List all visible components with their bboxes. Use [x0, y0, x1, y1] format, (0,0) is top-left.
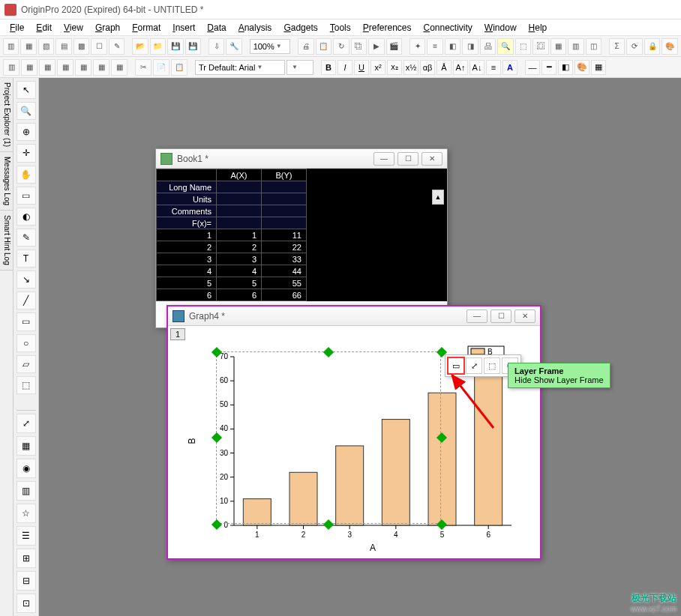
menu-connectivity[interactable]: Connectivity [418, 21, 477, 34]
cell[interactable]: 1 [217, 229, 262, 241]
cell[interactable] [262, 217, 307, 229]
digitize-button[interactable]: ✦ [410, 38, 425, 55]
layer2-tool[interactable]: ▥ [16, 481, 36, 501]
menu-help[interactable]: Help [524, 21, 553, 34]
dec-button[interactable]: A↓ [470, 60, 484, 75]
close-button[interactable]: ✕ [422, 152, 442, 166]
menu-graph[interactable]: Graph [90, 21, 125, 34]
tool4-button[interactable]: 🔍 [497, 38, 513, 55]
cell[interactable]: 3 [217, 253, 262, 265]
col-a-header[interactable]: A(X) [217, 169, 262, 181]
graph4-window[interactable]: Graph4 * — ☐ ✕ 1 [166, 305, 542, 560]
fill-color-button[interactable]: ◧ [558, 60, 573, 75]
line-tool[interactable]: ╱ [16, 292, 36, 309]
open-button[interactable]: 📂 [132, 38, 148, 55]
circle-tool[interactable]: ○ [16, 334, 36, 352]
cut-button[interactable]: ✂ [135, 59, 152, 76]
print-button[interactable]: 🖨 [298, 38, 314, 55]
cell[interactable]: 5 [217, 277, 262, 289]
line-style-button[interactable]: — [525, 60, 540, 75]
run-button[interactable]: 🔧 [226, 38, 242, 55]
menu-view[interactable]: View [58, 21, 88, 34]
sheet6-button[interactable]: ▦ [111, 59, 128, 76]
globe-tool[interactable]: ◉ [16, 459, 36, 478]
layer3-tool[interactable]: ☆ [16, 504, 36, 523]
cell[interactable]: 11 [262, 229, 307, 241]
zoom-combo[interactable]: 100% ▼ [250, 39, 291, 54]
duplicate-button[interactable]: ⿻ [351, 38, 367, 55]
row-index[interactable]: 4 [157, 265, 217, 277]
copy-page-button[interactable]: 📋 [316, 38, 332, 55]
tool5-button[interactable]: ⬚ [515, 38, 531, 55]
tool3-button[interactable]: 品 [480, 38, 496, 55]
arrow-tool[interactable]: ↘ [16, 271, 36, 289]
inc-button[interactable]: A↑ [453, 60, 468, 75]
smart-hint-log-tab[interactable]: Smart Hint Log [0, 211, 13, 271]
minimize-button[interactable]: — [374, 152, 394, 166]
layer-frame-button[interactable]: ▭ [448, 357, 464, 374]
color-button[interactable]: 🎨 [662, 38, 677, 55]
cell[interactable]: 55 [262, 277, 307, 289]
save-template-button[interactable]: 💾 [185, 38, 201, 55]
accent-button[interactable]: Å [436, 60, 452, 75]
minimize-button[interactable]: — [466, 309, 488, 323]
messages-log-tab[interactable]: Messages Log [0, 152, 13, 211]
book1-titlebar[interactable]: Book1 * — ☐ ✕ [156, 149, 447, 169]
cell[interactable] [217, 181, 262, 193]
label-comments[interactable]: Comments [157, 205, 217, 217]
cell[interactable]: 22 [262, 241, 307, 253]
tool8-button[interactable]: ▥ [568, 38, 584, 55]
cell[interactable]: 66 [262, 289, 307, 301]
sheet5-button[interactable]: ▦ [93, 59, 110, 76]
sheet2-button[interactable]: ▦ [39, 59, 56, 76]
close-button[interactable]: ✕ [514, 309, 536, 323]
line-width-button[interactable]: ━ [542, 60, 556, 75]
underline-button[interactable]: U [354, 60, 369, 75]
sub-button[interactable]: x₂ [387, 60, 402, 75]
video-button[interactable]: 🎬 [386, 38, 402, 55]
new-graph-button[interactable]: ▤ [56, 38, 71, 55]
rescale-button[interactable]: ⤢ [466, 357, 482, 374]
mask-tool[interactable]: ◐ [16, 208, 36, 226]
pan-tool[interactable]: ✋ [16, 166, 36, 184]
fit-page-button[interactable]: ⬚ [484, 357, 500, 374]
recalc-button[interactable]: ⟳ [626, 38, 642, 55]
sheet1-button[interactable]: ▦ [21, 59, 38, 76]
menu-window[interactable]: Window [479, 21, 522, 34]
new-workbook-button[interactable]: ▦ [20, 38, 36, 55]
supsub-button[interactable]: x½ [404, 60, 418, 75]
insert-graph-tool[interactable]: ⬚ [16, 376, 36, 394]
col-b-header[interactable]: B(Y) [262, 169, 307, 181]
new-matrix-button[interactable]: ▩ [74, 38, 89, 55]
refresh-button[interactable]: ↻ [333, 38, 349, 55]
font-combo[interactable]: Tr Default: Arial ▼ [195, 60, 285, 75]
cell[interactable] [262, 181, 307, 193]
tool1-button[interactable]: ◧ [445, 38, 460, 55]
cell[interactable] [262, 193, 307, 205]
menu-file[interactable]: File [4, 21, 29, 34]
italic-button[interactable]: I [338, 60, 352, 75]
menu-analysis[interactable]: Analysis [233, 21, 278, 34]
layer-tab-1[interactable]: 1 [170, 328, 185, 340]
new-notes-button[interactable]: ✎ [109, 38, 124, 55]
rescale-tool[interactable]: ⤢ [16, 414, 36, 433]
cell[interactable] [217, 205, 262, 217]
import-button[interactable]: ⇩ [208, 38, 224, 55]
label-longname[interactable]: Long Name [157, 181, 217, 193]
cursor-tool[interactable]: ✛ [16, 144, 36, 162]
label-units[interactable]: Units [157, 193, 217, 205]
cell[interactable]: 44 [262, 265, 307, 277]
menu-gadgets[interactable]: Gadgets [278, 21, 322, 34]
corner-cell[interactable] [157, 169, 217, 181]
region-tool[interactable]: ▭ [16, 187, 36, 205]
sup-button[interactable]: x² [370, 60, 386, 75]
scroll-up-button[interactable]: ▲ [432, 190, 444, 205]
label-fx[interactable]: F(x)= [157, 217, 217, 229]
add-cols-button[interactable]: ▥ [3, 59, 20, 76]
text-tool[interactable]: T [16, 250, 36, 268]
slideshow-button[interactable]: ▶ [368, 38, 384, 55]
reader-tool[interactable]: ⊕ [16, 123, 36, 141]
palette-button[interactable]: 🎨 [574, 60, 590, 75]
draw-tool[interactable]: ✎ [16, 229, 36, 247]
menu-data[interactable]: Data [202, 21, 231, 34]
